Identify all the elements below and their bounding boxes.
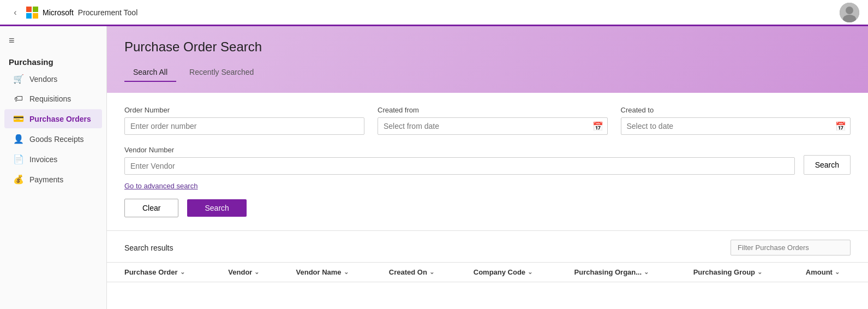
search-button[interactable]: Search [187, 199, 246, 217]
col-header-purchasing-group[interactable]: Purchasing Group ⌄ [685, 263, 797, 282]
created-from-label: Created from [378, 106, 608, 114]
page-header: Purchase Order Search Search All Recentl… [107, 26, 868, 93]
filter-purchase-orders-input[interactable] [731, 240, 851, 255]
tab-search-all[interactable]: Search All [124, 63, 176, 82]
sidebar-item-requisitions[interactable]: 🏷 Requisitions [4, 90, 102, 108]
col-label-amount: Amount [806, 268, 833, 276]
created-to-group: Created to 📅 [621, 106, 851, 135]
col-label-purchasing-organ: Purchasing Organ... [574, 268, 642, 276]
created-from-wrapper: 📅 [378, 117, 608, 135]
sidebar: ≡ Purchasing 🛒 Vendors 🏷 Requisitions 💳 … [0, 26, 107, 309]
sidebar-item-goods-receipts[interactable]: 👤 Goods Receipts [4, 129, 102, 148]
app-name: Microsoft [43, 8, 74, 17]
col-header-vendor-name[interactable]: Vendor Name ⌄ [288, 263, 380, 282]
col-label-company-code: Company Code [474, 268, 525, 276]
order-number-label: Order Number [124, 106, 364, 114]
purchase-orders-icon: 💳 [13, 114, 24, 124]
vendor-number-label: Vendor Number [124, 146, 795, 154]
sort-icon-purchasing-organ: ⌄ [644, 269, 649, 276]
advanced-search-link[interactable]: Go to advanced search [124, 182, 197, 190]
sidebar-label-invoices: Invoices [29, 155, 57, 164]
results-section: Search results Purchase Order ⌄ [107, 231, 868, 309]
action-row: Clear Search [124, 199, 851, 217]
sidebar-label-purchase-orders: Purchase Orders [29, 115, 91, 123]
created-to-label: Created to [621, 106, 851, 114]
sort-icon-purchase-order: ⌄ [180, 269, 185, 276]
tab-recently-searched[interactable]: Recently Searched [181, 63, 262, 82]
invoices-icon: 📄 [13, 154, 24, 164]
microsoft-logo [26, 7, 38, 19]
created-from-group: Created from 📅 [378, 106, 608, 135]
vendor-number-input[interactable] [124, 157, 795, 175]
order-number-input[interactable] [124, 117, 364, 135]
sidebar-label-requisitions: Requisitions [29, 94, 71, 103]
sidebar-label-payments: Payments [29, 175, 63, 184]
results-title: Search results [124, 243, 173, 252]
sidebar-item-vendors[interactable]: 🛒 Vendors [4, 69, 102, 88]
results-table: Purchase Order ⌄ Vendor ⌄ [107, 263, 868, 282]
page-title: Purchase Order Search [124, 39, 851, 55]
sidebar-item-purchase-orders[interactable]: 💳 Purchase Orders [4, 109, 102, 128]
app-title: Procurement Tool [78, 8, 137, 17]
sidebar-section-title: Purchasing [0, 53, 106, 69]
hamburger-menu[interactable]: ≡ [0, 31, 106, 53]
vendors-icon: 🛒 [13, 74, 24, 84]
form-row-1: Order Number Created from 📅 Created to 📅 [124, 106, 851, 135]
main-layout: ≡ Purchasing 🛒 Vendors 🏷 Requisitions 💳 … [0, 26, 868, 309]
user-avatar[interactable] [840, 3, 859, 22]
topbar: ‹ Microsoft Procurement Tool [0, 0, 868, 26]
order-number-group: Order Number [124, 106, 364, 135]
col-header-amount[interactable]: Amount ⌄ [797, 263, 868, 282]
goods-receipts-icon: 👤 [13, 134, 24, 144]
vendor-number-group: Vendor Number [124, 146, 795, 175]
sort-icon-created-on: ⌄ [429, 269, 434, 276]
sort-icon-vendor-name: ⌄ [344, 269, 349, 276]
created-to-wrapper: 📅 [621, 117, 851, 135]
back-button[interactable]: ‹ [9, 6, 22, 19]
col-header-purchase-order[interactable]: Purchase Order ⌄ [107, 263, 219, 282]
col-label-vendor-name: Vendor Name [296, 268, 342, 276]
col-header-created-on[interactable]: Created On ⌄ [380, 263, 465, 282]
sidebar-item-invoices[interactable]: 📄 Invoices [4, 150, 102, 169]
col-header-vendor[interactable]: Vendor ⌄ [219, 263, 287, 282]
col-header-company-code[interactable]: Company Code ⌄ [465, 263, 566, 282]
col-label-created-on: Created On [389, 268, 427, 276]
sort-icon-amount: ⌄ [835, 269, 840, 276]
sidebar-item-payments[interactable]: 💰 Payments [4, 170, 102, 189]
col-label-purchasing-group: Purchasing Group [693, 268, 755, 276]
table-header-row: Purchase Order ⌄ Vendor ⌄ [107, 263, 868, 282]
svg-point-1 [846, 7, 853, 14]
results-header: Search results [107, 231, 868, 263]
requisitions-icon: 🏷 [13, 94, 24, 104]
col-label-vendor: Vendor [228, 268, 252, 276]
col-header-purchasing-organ[interactable]: Purchasing Organ... ⌄ [566, 263, 685, 282]
sort-icon-company-code: ⌄ [528, 269, 532, 276]
sort-icon-purchasing-group: ⌄ [757, 269, 762, 276]
sidebar-label-vendors: Vendors [29, 75, 57, 84]
app-logo: Microsoft [26, 7, 74, 19]
created-to-input[interactable] [621, 117, 851, 135]
col-label-purchase-order: Purchase Order [124, 268, 178, 276]
inline-search-button[interactable]: Search [804, 155, 851, 175]
vendor-row: Vendor Number Search [124, 146, 851, 175]
search-form-card: Order Number Created from 📅 Created to 📅 [107, 93, 868, 231]
tabs-bar: Search All Recently Searched [124, 63, 851, 82]
payments-icon: 💰 [13, 174, 24, 185]
sort-icon-vendor: ⌄ [254, 269, 259, 276]
created-from-input[interactable] [378, 117, 608, 135]
clear-button[interactable]: Clear [124, 199, 178, 217]
content-area: Purchase Order Search Search All Recentl… [107, 26, 868, 309]
sidebar-label-goods-receipts: Goods Receipts [29, 135, 84, 144]
